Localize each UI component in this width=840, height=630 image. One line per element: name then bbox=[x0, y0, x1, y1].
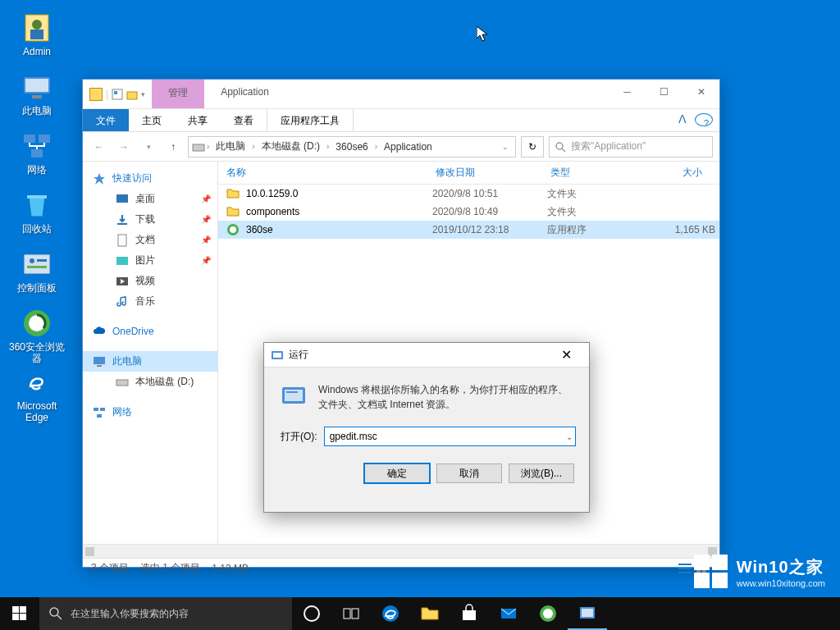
taskbar-task-view[interactable] bbox=[331, 597, 371, 630]
svg-rect-61 bbox=[352, 609, 358, 619]
network-icon bbox=[93, 406, 106, 419]
back-button[interactable]: ← bbox=[89, 137, 109, 157]
svg-rect-67 bbox=[582, 609, 593, 617]
run-input[interactable] bbox=[324, 427, 576, 446]
desktop-icon-this-pc[interactable]: 此电脑 bbox=[7, 66, 67, 125]
svg-rect-4 bbox=[25, 79, 48, 92]
title-bar[interactable]: | ▾ 管理 Application ─ ☐ ✕ bbox=[83, 80, 719, 109]
windows-logo-icon bbox=[694, 555, 728, 589]
nav-pictures[interactable]: 图片📌 bbox=[83, 250, 217, 271]
svg-rect-32 bbox=[94, 408, 98, 411]
nav-local-disk[interactable]: 本地磁盘 (D:) bbox=[83, 372, 217, 392]
breadcrumb[interactable]: 本地磁盘 (D:) bbox=[257, 139, 325, 153]
nav-desktop[interactable]: 桌面📌 bbox=[83, 189, 217, 209]
desktop-icon-admin[interactable]: Admin bbox=[7, 7, 67, 66]
column-name[interactable]: 名称 bbox=[218, 166, 427, 180]
nav-this-pc[interactable]: 此电脑 bbox=[83, 351, 217, 372]
svg-rect-31 bbox=[116, 380, 128, 386]
svg-rect-45 bbox=[273, 353, 281, 358]
desktop-icon-control-panel[interactable]: 控制面板 bbox=[7, 243, 67, 302]
desktop-icon-edge[interactable]: Microsoft Edge bbox=[7, 361, 67, 420]
details-view-icon[interactable] bbox=[677, 562, 693, 575]
qat-dropdown-icon[interactable]: ▾ bbox=[141, 90, 145, 98]
desktop-icon-network[interactable]: 网络 bbox=[7, 125, 67, 184]
close-button[interactable]: ✕ bbox=[682, 80, 719, 104]
run-icon bbox=[281, 382, 307, 409]
search-placeholder: 搜索"Application" bbox=[571, 139, 646, 153]
ribbon-collapse-icon[interactable]: ᐱ bbox=[670, 109, 695, 131]
search-input[interactable]: 搜索"Application" bbox=[549, 136, 713, 158]
nav-quick-access[interactable]: 快速访问 bbox=[83, 168, 217, 189]
music-icon bbox=[116, 295, 129, 308]
file-row[interactable]: components 2020/9/8 10:49 文件夹 bbox=[218, 203, 719, 221]
desktop-icon-label: 控制面板 bbox=[7, 282, 67, 294]
start-button[interactable] bbox=[0, 597, 39, 630]
recent-dropdown-icon[interactable]: ▾ bbox=[139, 137, 158, 157]
nav-documents[interactable]: 文档📌 bbox=[83, 230, 217, 250]
ribbon-tab-share[interactable]: 共享 bbox=[175, 109, 221, 131]
chevron-right-icon[interactable]: › bbox=[250, 142, 256, 151]
maximize-button[interactable]: ☐ bbox=[646, 80, 682, 104]
help-icon[interactable]: ? bbox=[695, 113, 713, 126]
chevron-right-icon[interactable]: › bbox=[373, 142, 379, 151]
nav-onedrive[interactable]: OneDrive bbox=[83, 322, 217, 341]
dropdown-icon[interactable]: ⌄ bbox=[566, 432, 573, 441]
svg-rect-2 bbox=[30, 30, 43, 39]
nav-videos[interactable]: 视频 bbox=[83, 271, 217, 291]
cancel-button[interactable]: 取消 bbox=[436, 463, 502, 483]
ribbon-tab-view[interactable]: 查看 bbox=[221, 109, 267, 131]
qat-sep: | bbox=[106, 89, 108, 100]
refresh-button[interactable]: ↻ bbox=[521, 136, 544, 158]
column-size[interactable]: 大小 bbox=[641, 166, 710, 180]
taskbar: 在这里输入你要搜索的内容 bbox=[0, 597, 840, 630]
ribbon-tab-file[interactable]: 文件 bbox=[83, 109, 129, 131]
ribbon-tab-home[interactable]: 主页 bbox=[129, 109, 175, 131]
horizontal-scrollbar[interactable] bbox=[83, 544, 719, 558]
breadcrumb[interactable]: Application bbox=[379, 141, 437, 153]
chevron-right-icon[interactable]: › bbox=[205, 142, 211, 151]
nav-network[interactable]: 网络 bbox=[83, 402, 217, 422]
ok-button[interactable]: 确定 bbox=[364, 463, 430, 483]
browse-button[interactable]: 浏览(B)... bbox=[509, 463, 574, 483]
desktop-icon-360-browser[interactable]: 360安全浏览器 bbox=[7, 302, 67, 361]
taskbar-run[interactable] bbox=[568, 597, 607, 630]
svg-line-22 bbox=[562, 148, 565, 152]
new-folder-icon[interactable] bbox=[126, 89, 138, 100]
svg-rect-16 bbox=[25, 371, 48, 394]
forward-button[interactable]: → bbox=[114, 137, 134, 157]
ribbon-tab-app-tools[interactable]: 应用程序工具 bbox=[267, 109, 354, 131]
breadcrumb[interactable]: 360se6 bbox=[331, 141, 372, 153]
column-date[interactable]: 修改日期 bbox=[427, 166, 542, 180]
search-icon bbox=[49, 607, 62, 620]
nav-music[interactable]: 音乐 bbox=[83, 291, 217, 312]
breadcrumb[interactable]: 此电脑 bbox=[211, 139, 250, 153]
nav-downloads[interactable]: 下载📌 bbox=[83, 209, 217, 230]
watermark: Win10之家www.win10xitong.com bbox=[694, 555, 825, 589]
run-icon bbox=[578, 603, 597, 623]
drive-icon bbox=[116, 376, 129, 389]
taskbar-search[interactable]: 在这里输入你要搜索的内容 bbox=[39, 597, 292, 630]
taskbar-edge[interactable] bbox=[371, 597, 410, 630]
run-title-bar[interactable]: 运行 ✕ bbox=[264, 343, 589, 368]
address-bar[interactable]: › 此电脑 › 本地磁盘 (D:) › 360se6 › Application… bbox=[188, 136, 516, 158]
svg-rect-30 bbox=[97, 365, 102, 367]
taskbar-explorer[interactable] bbox=[410, 597, 450, 630]
taskbar-cortana[interactable] bbox=[292, 597, 331, 630]
svg-rect-50 bbox=[712, 555, 728, 570]
properties-icon[interactable] bbox=[112, 89, 123, 100]
file-row[interactable]: 10.0.1259.0 2020/9/8 10:51 文件夹 bbox=[218, 185, 719, 203]
videos-icon bbox=[116, 275, 129, 288]
svg-rect-60 bbox=[344, 609, 350, 619]
address-dropdown-icon[interactable]: ⌄ bbox=[499, 143, 512, 151]
minimize-button[interactable]: ─ bbox=[609, 80, 646, 104]
desktop-icon-recycle-bin[interactable]: 回收站 bbox=[7, 184, 67, 243]
taskbar-store[interactable] bbox=[450, 597, 489, 630]
ribbon-context-manage[interactable]: 管理 bbox=[152, 80, 204, 108]
chevron-right-icon[interactable]: › bbox=[325, 142, 331, 151]
up-button[interactable]: ↑ bbox=[163, 137, 183, 157]
taskbar-360[interactable] bbox=[528, 597, 568, 630]
close-button[interactable]: ✕ bbox=[550, 347, 582, 363]
column-type[interactable]: 类型 bbox=[542, 166, 641, 180]
taskbar-mail[interactable] bbox=[489, 597, 528, 630]
file-row[interactable]: 360se 2019/10/12 23:18 应用程序 1,165 KB bbox=[218, 221, 719, 239]
